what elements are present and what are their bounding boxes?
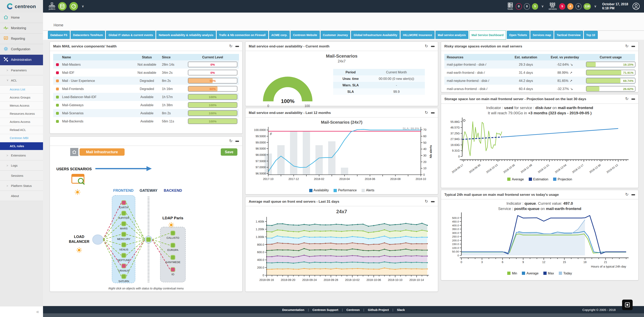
sidebar-item-administration[interactable]: Administration bbox=[0, 55, 43, 65]
sidebar-item-reporting[interactable]: Reporting bbox=[0, 34, 43, 44]
map-home-icon[interactable] bbox=[70, 148, 78, 156]
tab-global-it-status-current-events[interactable]: Global IT status & current events bbox=[106, 31, 156, 39]
sidebar-item-logs[interactable]: >Logs bbox=[0, 161, 43, 171]
sidebar-item-menus-access[interactable]: Menus Access bbox=[0, 102, 43, 110]
minimize-icon[interactable] bbox=[431, 112, 434, 113]
sidebar-item-reload-acl[interactable]: Reload ACL bbox=[0, 126, 43, 134]
status-badge-solid-red[interactable]: 5 bbox=[559, 3, 565, 9]
footer-link-centreon[interactable]: Centreon bbox=[346, 308, 360, 312]
minimize-icon[interactable] bbox=[235, 140, 239, 142]
infrastructure-diagram[interactable]: USERS SCENARIOSFRONTENDGATEWAYBACKENDLOA… bbox=[50, 158, 242, 286]
tab-trafic-nb-connection-on-firewall[interactable]: Trafic & Nb connection on Firewall bbox=[217, 31, 268, 39]
tab-acme-corp[interactable]: ACME corp. bbox=[269, 31, 290, 39]
map-name-button[interactable]: Mail Infrastructure bbox=[80, 148, 124, 156]
poller-chevron-down-icon[interactable]: ∨ bbox=[82, 4, 84, 8]
database-status-icon[interactable] bbox=[58, 2, 66, 10]
sidebar-item-acl-rules[interactable]: ACL rules bbox=[0, 142, 43, 150]
sidebar-item-access-list[interactable]: Access List bbox=[0, 85, 43, 94]
fullscreen-toggle-icon[interactable] bbox=[622, 300, 633, 310]
save-button[interactable]: Save bbox=[221, 148, 238, 156]
user-profile-icon[interactable] bbox=[632, 2, 640, 10]
svg-text:250.0: 250.0 bbox=[452, 235, 459, 238]
centreon-logo[interactable]: centreon bbox=[0, 0, 43, 12]
sidebar-item-actions-access[interactable]: Actions Access bbox=[0, 118, 43, 126]
refresh-icon[interactable]: ↻ bbox=[229, 139, 232, 143]
pollers-menu[interactable]: pollers bbox=[49, 2, 55, 10]
minimize-icon[interactable] bbox=[431, 201, 434, 202]
footer-link-slack[interactable]: Slack bbox=[397, 308, 405, 312]
sidebar-item-monitoring[interactable]: Monitoring bbox=[0, 23, 43, 34]
infra-caption: Right click on objects with status to di… bbox=[50, 287, 242, 290]
tab-top-10[interactable]: Top 10 bbox=[584, 31, 598, 39]
minimize-icon[interactable] bbox=[632, 98, 635, 99]
sidebar-item-centreon-mbi[interactable]: Centreon MBI bbox=[0, 134, 43, 142]
sidebar-item-resources-access[interactable]: Resources Access bbox=[0, 110, 43, 118]
minimize-icon[interactable] bbox=[431, 46, 434, 47]
table-row[interactable]: mail-neptune-frontend - disk-/44.2 days8… bbox=[444, 77, 635, 85]
table-row[interactable]: Mail-GatewaysAvailable1h 38m100% bbox=[53, 101, 239, 109]
table-row[interactable]: Mail-MastersNot available28m 14s0% bbox=[53, 60, 239, 68]
service-status: Available bbox=[132, 95, 162, 99]
status-badge-outline-gray[interactable]: 0 bbox=[524, 3, 530, 9]
refresh-icon[interactable]: ↻ bbox=[425, 44, 428, 48]
tab-open-tickets[interactable]: Open Tickets bbox=[507, 31, 530, 39]
tab-mail-service-dashboard[interactable]: Mail Service Dashboard bbox=[469, 30, 506, 40]
tab-network-availability-reliability-analysis[interactable]: Network availability & reliability analy… bbox=[156, 31, 216, 39]
latency-status-icon[interactable] bbox=[70, 2, 78, 10]
table-row[interactable]: Mail-IDFNot available34m 2s0% bbox=[53, 68, 239, 77]
status-badge-outline-red[interactable]: 0 bbox=[516, 3, 522, 9]
services-chevron-down-icon[interactable]: ∨ bbox=[594, 4, 596, 8]
table-row[interactable]: mail-uranus-frontend - disk-/60.4 days-3… bbox=[444, 85, 635, 93]
svg-text:400.0: 400.0 bbox=[452, 224, 459, 227]
footer-link-documentation[interactable]: Documentation bbox=[282, 308, 304, 312]
hosts-menu[interactable]: hosts bbox=[507, 2, 513, 10]
footer-link-github-project[interactable]: Github Project bbox=[368, 308, 389, 312]
refresh-icon[interactable]: ↻ bbox=[229, 44, 232, 48]
table-row[interactable]: Mail - User ExperienceDegraded8m 2s50% bbox=[53, 77, 239, 85]
legend-swatch bbox=[529, 178, 532, 181]
status-badge-solid-orange[interactable]: 4 bbox=[567, 3, 574, 9]
sidebar-item-access-groups[interactable]: Access Groups bbox=[0, 94, 43, 102]
sidebar-item-platform-status[interactable]: >Platform Status bbox=[0, 181, 43, 191]
tab-services-map[interactable]: Services map bbox=[530, 31, 554, 39]
tab-tactical-overview[interactable]: Tactical Overview bbox=[554, 31, 583, 39]
sidebar-collapse-icon[interactable]: « bbox=[36, 309, 39, 315]
table-row[interactable]: mail-earth-frontend - disk-/31.4 days88.… bbox=[444, 68, 635, 77]
refresh-icon[interactable]: ↻ bbox=[625, 193, 628, 197]
sidebar-item-configuration[interactable]: Configuration bbox=[0, 44, 43, 55]
table-row[interactable]: mail-jupiter-frontend - disk-/29.3 days-… bbox=[444, 60, 635, 68]
tab-customer-journey[interactable]: Customer Journey bbox=[320, 31, 350, 39]
table-row[interactable]: Load-Balancer-Mail-IDFAvailable1h 57m100… bbox=[53, 93, 239, 101]
footer-link-centreon-support[interactable]: Centreon Support bbox=[312, 308, 338, 312]
tab-global-infrastructure-availability[interactable]: Global Infrastructure Availability bbox=[351, 31, 400, 39]
refresh-icon[interactable]: ↻ bbox=[625, 97, 628, 101]
sidebar-item-acl[interactable]: ∨ACL bbox=[0, 75, 43, 85]
minimize-icon[interactable] bbox=[632, 194, 635, 195]
minimize-icon[interactable] bbox=[235, 46, 239, 47]
table-row[interactable]: Mail-BackendsAvailable56m 11s100% bbox=[53, 117, 239, 125]
table-row[interactable]: Mail-ScenariosAvailable8m 2s100% bbox=[53, 109, 239, 117]
sidebar-item-extensions[interactable]: >Extensions bbox=[0, 150, 43, 161]
services-menu[interactable]: services bbox=[549, 2, 557, 10]
sidebar-item-parameters[interactable]: >Parameters bbox=[0, 65, 43, 75]
hosts-chevron-down-icon[interactable]: ∨ bbox=[541, 4, 544, 8]
refresh-icon[interactable]: ↻ bbox=[425, 111, 428, 115]
tab-database-fs[interactable]: Database FS bbox=[48, 31, 70, 39]
table-row[interactable]: Mail-FrontendsDegraded1h 16m60% bbox=[53, 85, 239, 93]
tab-hillmore-insurance[interactable]: HILLMORE Insurance bbox=[400, 31, 434, 39]
reporting-icon bbox=[3, 36, 8, 42]
sidebar-item-sessions[interactable]: Sessions bbox=[0, 171, 43, 181]
tab-datacenters-tem-hum[interactable]: Datacenters Tem/Hum bbox=[70, 31, 105, 39]
refresh-icon[interactable]: ↻ bbox=[425, 199, 428, 204]
sidebar-item-label: Logs bbox=[11, 164, 18, 167]
status-badge-solid-green[interactable]: 5 bbox=[532, 3, 538, 9]
breadcrumb[interactable]: Home bbox=[54, 23, 63, 27]
sidebar-item-about[interactable]: About bbox=[0, 191, 43, 201]
tab-centreon-website[interactable]: Centreon Website bbox=[290, 31, 320, 39]
minimize-icon[interactable] bbox=[632, 46, 635, 47]
status-badge-outline-gray[interactable]: 0 bbox=[576, 3, 582, 9]
refresh-icon[interactable]: ↻ bbox=[625, 44, 628, 48]
sidebar-item-home[interactable]: Home bbox=[0, 12, 43, 23]
tab-mail-service-analysis[interactable]: Mail service analysis bbox=[435, 31, 468, 39]
status-badge-solid-green[interactable]: 118 bbox=[584, 3, 591, 9]
